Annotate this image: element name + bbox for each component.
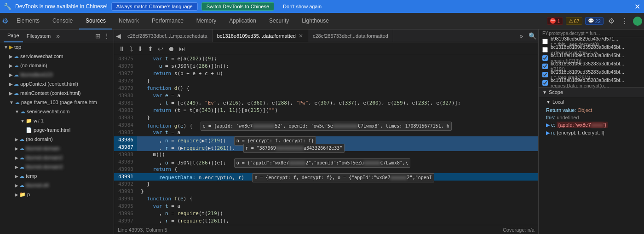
info-bar: 🔧 DevTools is now available in Chinese! …: [0, 0, 644, 13]
right-panel: FY.prototype.decrypt = fun... b98193ffcd…: [538, 29, 644, 234]
code-line: return (t = t[e(343)](1, 11))[e(215)](""…: [137, 107, 538, 114]
tree-label: blurred-domain3: [26, 164, 63, 170]
match-language-button[interactable]: Always match Chrome's language: [111, 2, 198, 11]
code-editor[interactable]: 43975 43976 43977 43978 43979 43980 4398…: [114, 55, 538, 225]
scope-this: this: undefined: [539, 114, 644, 121]
line-num: 43978: [114, 77, 137, 85]
local-section-header[interactable]: ▼ Local: [539, 97, 644, 106]
cloud-icon: ☁: [14, 90, 19, 96]
call-stack-checkbox[interactable]: [542, 39, 548, 44]
panel-menu-icon[interactable]: ⋮: [104, 32, 110, 40]
tree-label: servicewechat.com: [20, 53, 63, 59]
line-num: 43985: [114, 129, 137, 136]
step-out-icon[interactable]: ⬆: [147, 45, 154, 53]
chevron-right-icon: ▶: [9, 54, 13, 59]
dont-show-button[interactable]: Don't show again: [278, 2, 327, 11]
switch-chinese-button[interactable]: Switch DevTools to Chinese: [201, 2, 274, 11]
code-line-active: requestData: n.encrypt(o, r) n = {encryp…: [137, 173, 538, 181]
tree-item-cloud1[interactable]: ▶ ☁ blurredtext123: [0, 70, 114, 79]
tab-network[interactable]: Network: [112, 13, 145, 29]
more-options-icon[interactable]: ⋮: [619, 17, 630, 25]
file-tab-2[interactable]: c28cf285733dbcf...data:formatted: [308, 29, 393, 42]
tree-item-sw2[interactable]: ▼ ☁ servicewechat.com: [0, 107, 114, 116]
call-stack-checkbox[interactable]: [542, 55, 548, 61]
tab-console[interactable]: Console: [46, 13, 79, 29]
call-stack-checkbox[interactable]: [542, 80, 548, 86]
code-line: u = s(JSON[i(286)](n));: [137, 63, 538, 70]
tree-item-mc1[interactable]: ▶ ☁ mainContext (context.html): [0, 88, 114, 98]
line-num: 43977: [114, 70, 137, 77]
line-num: 43981: [114, 99, 137, 107]
line-num: 43990: [114, 166, 137, 173]
line-num: 43980: [114, 92, 137, 99]
tab-security[interactable]: Security: [263, 13, 295, 29]
tree-item-top[interactable]: ▼ ▶ top: [0, 42, 114, 52]
tree-label: blurredtext123: [20, 72, 52, 77]
call-stack-checkbox[interactable]: [542, 64, 548, 69]
tab-sources[interactable]: Sources: [79, 13, 112, 29]
scope-section-header[interactable]: ▼ Scope: [539, 87, 644, 97]
file-tree[interactable]: ▼ ▶ top ▶ ☁ servicewechat.com ▶ ☁ (no do…: [0, 42, 114, 234]
coverage-status: Coverage: n/a: [503, 227, 535, 233]
code-line: return s(p + e + c + u): [137, 70, 538, 77]
chevron-right-icon: ▶: [15, 183, 18, 188]
tree-item-ac1[interactable]: ▶ ☁ appContext (context.html): [0, 79, 114, 88]
tree-item-temp1[interactable]: ▶ ☁ temp: [0, 171, 114, 181]
close-icon[interactable]: ✕: [634, 2, 640, 11]
tree-item-pf1[interactable]: ▼ ☁ page-frame_100 (page-frame.htm: [0, 98, 114, 107]
tab-nav-more-icon[interactable]: »: [518, 32, 525, 40]
panel-header: Page Filesystem » ⊞ ⋮: [0, 29, 114, 42]
step-icon[interactable]: ↩: [157, 45, 164, 53]
tree-item-cloud4[interactable]: ▶ ☁ blurred-domain3: [0, 162, 114, 171]
tree-item-cloud3[interactable]: ▶ ☁ blurred-domain2: [0, 153, 114, 162]
message-badge[interactable]: 💬 22: [585, 17, 604, 25]
chevron-down-icon: ▼: [542, 90, 547, 95]
settings-icon[interactable]: ⚙: [606, 17, 616, 25]
tree-item-w1[interactable]: ▼ 📁 w / 1: [0, 116, 114, 125]
call-stack-checkbox[interactable]: [542, 47, 548, 53]
code-line: }: [137, 77, 538, 85]
line-num: 43997: [114, 217, 137, 225]
pause-icon[interactable]: ⏸: [118, 45, 126, 53]
tab-performance[interactable]: Performance: [145, 13, 190, 29]
tab-page[interactable]: Page: [4, 29, 23, 42]
call-stack-item[interactable]: bc1318e8109ed35283a3dfb45bf... requestDa…: [539, 79, 644, 87]
error-badge[interactable]: ⛔ 1: [547, 17, 563, 25]
file-tab-0[interactable]: c28cf285733dbcf...Lmpz.cachedata: [123, 29, 213, 42]
tab-search-icon[interactable]: 🔍: [527, 32, 538, 40]
panel-new-tab-icon[interactable]: ⊞: [95, 32, 101, 40]
code-toolbar: ⏸ ⤵ ⬇ ⬆ ↩ ⏺ ⏭: [114, 42, 538, 55]
call-stack-checkbox[interactable]: [542, 72, 548, 77]
tab-application[interactable]: Application: [223, 13, 263, 29]
tree-item-p1[interactable]: ▶ 📁 p: [0, 190, 114, 199]
tree-item-nd2[interactable]: ▶ ☁ (no domain): [0, 135, 114, 144]
file-tab-1[interactable]: bc1318e8109ed35...data:formatted ✕: [213, 29, 308, 42]
line-num: 43979: [114, 85, 137, 92]
scope-n[interactable]: ▶ n: {encrypt: f, decrypt: f}: [539, 129, 644, 137]
step-over-icon[interactable]: ⤵: [129, 45, 134, 53]
tree-item-pagefame[interactable]: 📄 page-frame.html: [0, 125, 114, 135]
cloud-icon: ☁: [19, 136, 24, 142]
tree-item-cloud2[interactable]: ▶ ☁ blurred-domain: [0, 144, 114, 153]
tab-elements[interactable]: Elements: [10, 13, 46, 29]
tab-lighthouse[interactable]: Lighthouse: [295, 13, 335, 29]
step-into-icon[interactable]: ⬇: [137, 45, 144, 53]
tree-item-nd1[interactable]: ▶ ☁ (no domain): [0, 61, 114, 70]
line-num-active: 43991: [114, 173, 137, 181]
file-tab-close-icon[interactable]: ✕: [299, 33, 303, 39]
panel-more-icon[interactable]: »: [56, 32, 60, 40]
tree-label: p: [27, 192, 30, 197]
deactivate-icon[interactable]: ⏭: [178, 45, 186, 53]
breakpoint-icon[interactable]: ⏺: [167, 45, 175, 53]
tab-filesystem[interactable]: Filesystem: [23, 29, 55, 42]
devtools-icon: 🔧: [4, 3, 12, 10]
devtools-logo: ⚙: [2, 17, 8, 25]
cloud-icon: ☁: [14, 81, 19, 87]
scope-e[interactable]: ▶ e: {appId: 'wx8e7xxxxx'}: [539, 121, 644, 129]
cloud-icon: ☁: [14, 72, 19, 78]
warning-badge[interactable]: ⚠ 67: [566, 17, 582, 25]
tree-item-cloud5[interactable]: ▶ ☁ blurred-d4: [0, 181, 114, 190]
tab-memory[interactable]: Memory: [190, 13, 223, 29]
tree-item-sw1[interactable]: ▶ ☁ servicewechat.com: [0, 52, 114, 61]
tab-nav-prev-icon[interactable]: ◀: [114, 32, 123, 40]
